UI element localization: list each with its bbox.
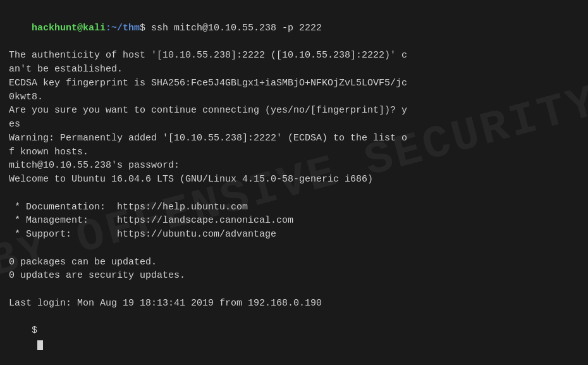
blank-line (9, 283, 579, 297)
output-line: Welcome to Ubuntu 16.04.6 LTS (GNU/Linux… (9, 173, 579, 187)
prompt-user: hackhunt@kali (32, 23, 106, 34)
prompt-symbol: $ (32, 325, 37, 336)
output-line: Last login: Mon Aug 19 18:13:41 2019 fro… (9, 297, 579, 311)
prompt-line: hackhunt@kali:~/thm$ ssh mitch@10.10.55.… (9, 8, 579, 49)
prompt-command (32, 339, 37, 350)
prompt-command: ssh mitch@10.10.55.238 -p 2222 (145, 23, 322, 34)
output-line: The authenticity of host '[10.10.55.238]… (9, 49, 579, 77)
output-line: * Documentation: https://help.ubuntu.com (9, 201, 579, 214)
output-line: Warning: Permanently added '[10.10.55.23… (9, 132, 579, 159)
output-line: 0 updates are security updates. (9, 269, 579, 283)
output-line: * Management: https://landscape.canonica… (9, 214, 579, 228)
output-line: * Support: https://ubuntu.com/advantage (9, 228, 579, 242)
cursor (37, 340, 43, 350)
blank-line (9, 187, 579, 201)
blank-line (9, 242, 579, 256)
output-line: 0 packages can be updated. (9, 256, 579, 269)
terminal-window[interactable]: BY OFFENSIVE SECURITY hackhunt@kali:~/th… (0, 0, 588, 365)
prompt-symbol: $ (140, 23, 145, 34)
output-line: ECDSA key fingerprint is SHA256:Fce5J4GB… (9, 77, 579, 104)
output-line: mitch@10.10.55.238's password: (9, 159, 579, 173)
output-line: Are you sure you want to continue connec… (9, 104, 579, 132)
empty-prompt-line[interactable]: $ (9, 311, 579, 366)
prompt-path: :~/thm (106, 23, 140, 34)
